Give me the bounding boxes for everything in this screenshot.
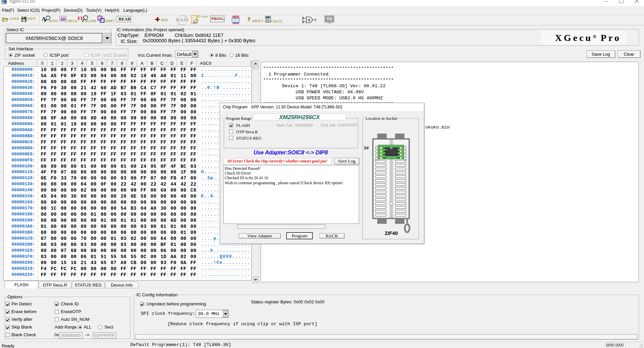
svg-text:B: B (302, 20, 304, 24)
svg-text:1#: 1# (364, 145, 369, 150)
svg-text:&: & (308, 18, 311, 22)
svg-text:A: A (302, 16, 304, 20)
svg-text:ID: ID (61, 16, 66, 21)
svg-text:Y: Y (314, 18, 317, 22)
svg-text:ZIF40: ZIF40 (385, 230, 398, 236)
